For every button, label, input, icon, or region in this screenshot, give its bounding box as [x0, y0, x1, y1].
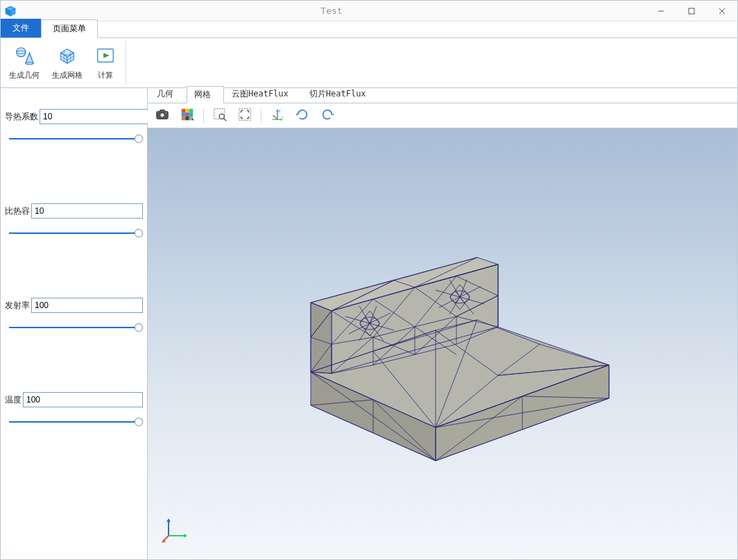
play-icon — [95, 45, 116, 67]
field-label: 比热容 — [5, 205, 30, 217]
specific-heat-slider[interactable] — [9, 228, 139, 238]
close-button[interactable] — [707, 1, 737, 22]
field-emissivity: 发射率 — [5, 298, 143, 332]
properties-panel: 导热系数 比热容 发射率 — [1, 88, 148, 559]
svg-point-6 — [26, 62, 33, 65]
svg-point-17 — [166, 112, 167, 113]
tab-page-menu[interactable]: 页面菜单 — [41, 19, 98, 38]
palette-button[interactable] — [178, 107, 196, 125]
thermal-conductivity-input[interactable] — [40, 109, 151, 124]
zoom-window-button[interactable] — [211, 107, 229, 125]
fit-icon — [237, 107, 252, 125]
toolbar-separator — [203, 108, 204, 124]
svg-rect-19 — [185, 108, 189, 112]
axes-button[interactable]: yx — [268, 107, 286, 125]
screenshot-button[interactable] — [153, 107, 171, 125]
viewer-tab-bar: 几何 网格 云图HeatFlux 切片HeatFlux — [148, 88, 737, 103]
toolbar-separator — [261, 108, 261, 124]
compute-button[interactable]: 计算 — [92, 44, 119, 82]
temperature-slider[interactable] — [9, 417, 139, 427]
ribbon-btn-label: 生成几何 — [9, 70, 40, 80]
svg-point-4 — [17, 48, 26, 57]
emissivity-slider[interactable] — [9, 323, 139, 332]
specific-heat-input[interactable] — [31, 203, 143, 219]
svg-marker-42 — [311, 303, 332, 373]
mesh-model — [262, 219, 623, 469]
fit-view-button[interactable] — [236, 107, 254, 125]
svg-point-16 — [160, 112, 164, 117]
camera-icon — [155, 107, 170, 125]
field-temperature: 温度 — [5, 392, 143, 427]
svg-rect-23 — [189, 112, 194, 117]
viewer: 几何 网格 云图HeatFlux 切片HeatFlux yx — [148, 88, 737, 559]
sphere-cone-icon — [14, 45, 35, 67]
zoom-box-icon — [212, 107, 228, 125]
ribbon-btn-label: 生成网格 — [52, 70, 83, 80]
window-title: Test — [17, 6, 646, 16]
emissivity-input[interactable] — [31, 298, 143, 313]
svg-line-33 — [273, 114, 277, 119]
generate-geometry-button[interactable]: 生成几何 — [6, 44, 42, 82]
svg-point-28 — [219, 114, 224, 119]
temperature-input[interactable] — [23, 392, 143, 407]
svg-rect-21 — [182, 112, 186, 117]
axis-triad-icon — [162, 515, 189, 543]
field-specific-heat: 比热容 — [5, 203, 143, 238]
svg-rect-24 — [182, 116, 186, 120]
svg-rect-25 — [185, 116, 189, 120]
ribbon-btn-label: 计算 — [98, 70, 113, 80]
tab-slice-heatflux[interactable]: 切片HeatFlux — [302, 85, 379, 103]
field-thermal-conductivity: 导热系数 — [5, 109, 143, 144]
axes-icon: yx — [270, 107, 285, 125]
color-grid-icon — [180, 107, 195, 125]
ribbon: 生成几何 生成网格 计算 — [1, 38, 737, 88]
tab-mesh[interactable]: 网格 — [187, 86, 224, 103]
tab-geometry[interactable]: 几何 — [149, 85, 187, 103]
work-area: 导热系数 比热容 发射率 — [1, 88, 737, 559]
rotate-ccw-icon — [320, 107, 335, 125]
rotate-cw-button[interactable] — [293, 107, 311, 125]
ribbon-group-main: 生成几何 生成网格 计算 — [6, 41, 126, 85]
tab-file[interactable]: 文件 — [1, 19, 41, 37]
svg-text:y: y — [279, 108, 281, 112]
svg-rect-15 — [160, 109, 164, 112]
svg-text:x: x — [282, 114, 284, 119]
svg-rect-18 — [182, 108, 186, 112]
svg-line-29 — [224, 118, 227, 121]
svg-rect-20 — [189, 108, 194, 112]
field-label: 导热系数 — [5, 111, 38, 123]
app-icon — [3, 4, 17, 18]
rotate-cw-icon — [295, 107, 310, 125]
minimize-button[interactable] — [646, 1, 676, 22]
field-label: 发射率 — [5, 300, 30, 312]
cube-mesh-icon — [57, 45, 78, 67]
thermal-conductivity-slider[interactable] — [9, 134, 139, 144]
field-label: 温度 — [5, 394, 22, 406]
ribbon-tab-bar: 文件 页面菜单 — [1, 22, 737, 38]
generate-mesh-button[interactable]: 生成网格 — [49, 44, 85, 82]
tab-cloud-heatflux[interactable]: 云图HeatFlux — [224, 85, 302, 103]
rotate-ccw-button[interactable] — [318, 107, 336, 125]
viewer-toolbar: yx — [148, 103, 737, 128]
viewport-3d[interactable] — [148, 128, 737, 559]
svg-rect-1 — [689, 8, 694, 14]
maximize-button[interactable] — [676, 1, 707, 22]
title-bar: Test — [1, 1, 737, 22]
svg-rect-22 — [185, 112, 189, 117]
